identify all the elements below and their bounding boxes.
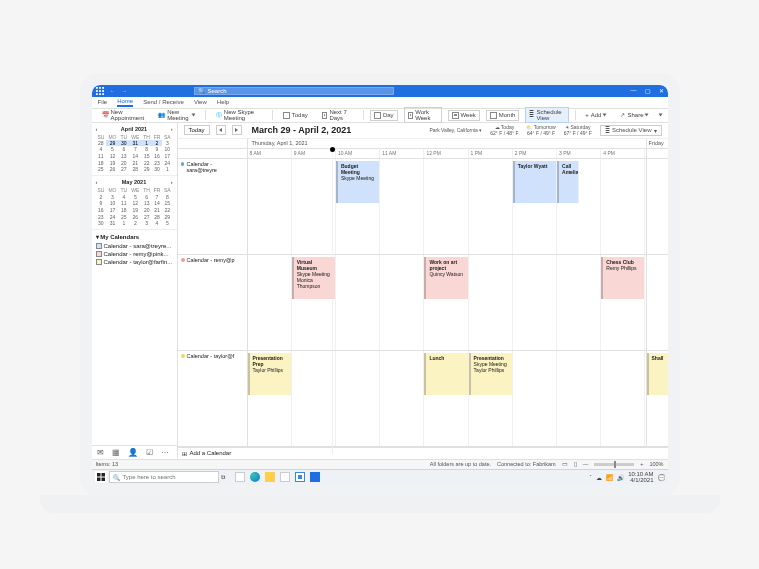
svg-rect-6 [96,93,98,95]
ribbon-collapse-icon[interactable] [658,114,662,117]
back-icon[interactable]: ← [110,88,116,94]
app-launcher-icon[interactable] [96,87,104,95]
hour-label: 1 PM [469,149,513,158]
calendar-label: Calendar - remy@pink... [104,251,169,257]
skype-icon: Ⓢ [216,112,222,118]
calendar-event[interactable]: Chess ClubRemy Phillips [601,257,645,299]
add-button[interactable]: +Add [581,110,610,120]
next-month-icon[interactable]: › [171,126,173,132]
notifications-icon[interactable]: 💬 [658,474,665,481]
location-label[interactable]: Park Valley, California ▾ [429,127,482,133]
tasks-icon[interactable]: ☑ [146,448,153,457]
add-calendar-row[interactable]: ⊞ Add a Calendar [178,447,668,459]
mini-calendar-title: May 2021 [122,179,146,185]
prev-month-icon[interactable]: ‹ [96,126,98,132]
more-icon[interactable]: ⋯ [161,448,169,457]
calendar-row-label[interactable]: Calendar - taylor@f [178,351,248,446]
day-label[interactable]: Thursday, April 1, 2021 [248,139,646,148]
zoom-slider[interactable] [594,463,634,466]
today-button[interactable]: Today [279,110,312,121]
explorer-icon[interactable] [265,472,275,482]
workweek-icon [408,112,414,119]
week-view-button[interactable]: Week [448,110,480,121]
calendar-list-item[interactable]: Calendar - taylor@farfin... [96,258,173,266]
task-view-icon[interactable]: ⧉ [221,474,225,481]
svg-rect-11 [97,478,101,482]
store-icon[interactable] [295,472,305,482]
close-icon[interactable]: ✕ [659,87,664,94]
svg-rect-10 [101,473,105,477]
calendar-list-item[interactable]: Calendar - sara@treyre... [96,242,173,250]
day-header-row: Thursday, April 1, 2021 Friday [178,139,668,149]
edge-icon[interactable] [250,472,260,482]
day-view-button[interactable]: Day [370,110,398,121]
tab-file[interactable]: File [98,99,108,105]
maximize-icon[interactable]: ▢ [645,87,651,94]
tab-home[interactable]: Home [117,98,133,107]
taskbar-app-icon[interactable] [280,472,290,482]
friday-column[interactable] [646,159,668,254]
time-grid[interactable]: Virtual MuseumSkype MeetingMonica Thomps… [248,255,646,350]
new-meeting-button[interactable]: 👥New Meeting [154,107,199,123]
calendar-event[interactable]: Work on art projectQuincy Watson [424,257,468,299]
status-sync: All folders are up to date. [430,461,491,467]
new-skype-meeting-button[interactable]: ⓈNew Skype Meeting [212,107,266,123]
schedule-view-button[interactable]: ≣Schedule View [525,107,568,123]
view-normal-icon[interactable]: ▭ [562,461,568,467]
calendar-row: Calendar - remy@pVirtual MuseumSkype Mee… [178,255,668,351]
calendar-event[interactable]: Budget MeetingSkype Meeting [336,161,380,203]
outlook-icon[interactable] [310,472,320,482]
expand-icon[interactable]: ▾ [96,234,99,240]
month-view-button[interactable]: Month [486,110,520,121]
prev-button[interactable] [216,125,226,135]
tray-wifi-icon[interactable]: 📶 [606,474,613,481]
calendar-event[interactable]: Virtual MuseumSkype MeetingMonica Thomps… [292,257,336,299]
goto-today-button[interactable]: Today [184,125,210,135]
tray-cloud-icon[interactable]: ☁ [596,474,602,481]
prev-month-icon[interactable]: ‹ [96,179,98,185]
taskbar-app-icon[interactable] [235,472,245,482]
friday-column[interactable]: Shall [646,351,668,446]
calendar-event[interactable]: Presentation PrepTaylor Phillips [248,353,292,395]
calendar-event[interactable]: PresentationSkype MeetingTaylor Phillips [469,353,513,395]
tab-view[interactable]: View [194,99,207,105]
people-icon[interactable]: 👤 [128,448,138,457]
tab-send-receive[interactable]: Send / Receive [143,99,184,105]
share-button[interactable]: ↗Share [616,110,652,120]
taskbar-search[interactable]: 🔍Type here to search [109,471,219,483]
view-reading-icon[interactable]: ▯ [574,461,577,467]
time-grid[interactable]: Budget MeetingSkype MeetingTaylor WyattC… [248,159,646,254]
next-7-days-button[interactable]: Next 7 Days [318,107,357,123]
tab-help[interactable]: Help [217,99,229,105]
calendar-row: Calendar - taylor@fPresentation PrepTayl… [178,351,668,447]
new-appointment-button[interactable]: 📅New Appointment [98,107,149,123]
status-items: Items: 13 [96,461,119,467]
calendar-row-label[interactable]: Calendar - remy@p [178,255,248,350]
calendar-event[interactable]: Call Amelia [557,161,579,203]
calendar-icon[interactable]: ▦ [112,448,120,457]
calendar-list-item[interactable]: Calendar - remy@pink... [96,250,173,258]
tray-chevron-icon[interactable]: ˄ [589,474,592,481]
minimize-icon[interactable]: — [631,87,637,94]
taskbar-clock[interactable]: 10:10 AM4/1/2021 [628,471,653,483]
calendar-event[interactable]: Shall [647,353,668,395]
mini-calendar[interactable]: ‹May 2021›SUMOTUWETHFRSA2345678910111213… [92,176,177,230]
calendar-row-label[interactable]: Calendar - sara@treyre [178,159,248,254]
next-button[interactable] [232,125,242,135]
mini-calendar[interactable]: ‹April 2021›SUMOTUWETHFRSA28293031123456… [92,123,177,177]
calendar-event[interactable]: Taylor Wyatt [513,161,557,203]
forward-icon[interactable]: → [122,88,128,94]
schedule-view-dropdown[interactable]: ≣Schedule View ▾ [600,125,662,136]
friday-label[interactable]: Friday [646,139,668,148]
people-icon: 👥 [158,112,165,118]
day-icon [374,112,381,119]
tray-volume-icon[interactable]: 🔊 [617,474,624,481]
time-grid[interactable]: Presentation PrepTaylor PhillipsLunchPre… [248,351,646,446]
start-button[interactable] [95,471,107,483]
mail-icon[interactable]: ✉ [97,448,104,457]
friday-column[interactable] [646,255,668,350]
work-week-view-button[interactable]: Work Week [404,107,442,123]
next-month-icon[interactable]: › [171,179,173,185]
calendar-event[interactable]: Lunch [424,353,468,395]
global-search-input[interactable]: 🔍 Search [194,87,394,95]
